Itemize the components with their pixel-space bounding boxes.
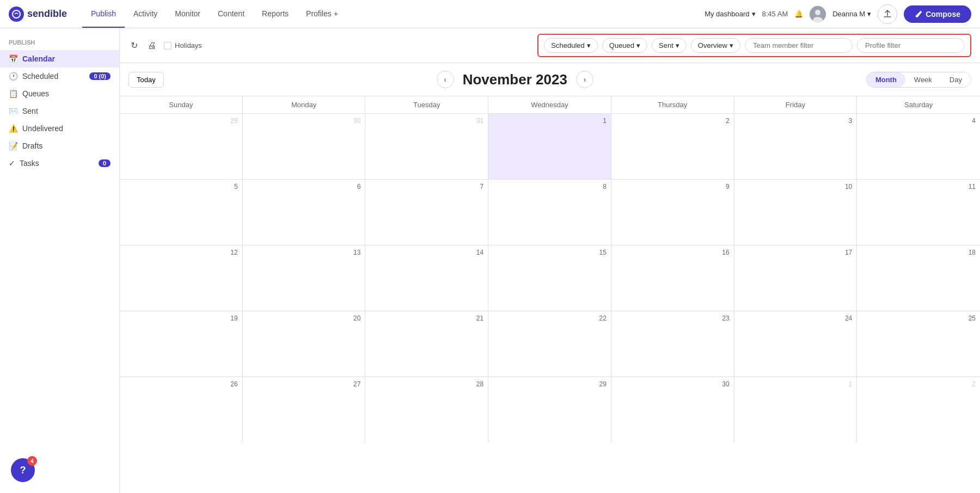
next-month-button[interactable]: ›	[576, 71, 593, 88]
overview-filter-button[interactable]: Overview ▾	[691, 38, 740, 53]
refresh-button[interactable]: ↻	[128, 38, 140, 53]
nav-monitor[interactable]: Monitor	[166, 1, 209, 28]
upload-button[interactable]	[878, 4, 897, 24]
tasks-badge: 0	[99, 159, 111, 167]
view-switcher: Month Week Day	[866, 72, 971, 88]
calendar-cell[interactable]: 25	[857, 311, 980, 377]
day-number: 12	[124, 249, 238, 256]
sidebar-item-undelivered[interactable]: ⚠️ Undelivered	[0, 120, 119, 137]
calendar-cell[interactable]: 14	[365, 245, 488, 311]
print-button[interactable]: 🖨	[145, 39, 158, 53]
nav-profiles[interactable]: Profiles +	[297, 1, 347, 28]
calendar-cell[interactable]: 24	[734, 311, 857, 377]
day-number: 3	[739, 117, 853, 125]
month-view-button[interactable]: Month	[867, 72, 905, 87]
calendar-cell[interactable]: 30	[611, 377, 734, 442]
calendar-cell[interactable]: 18	[857, 245, 980, 311]
calendar-cell[interactable]: 5	[120, 180, 243, 245]
scheduled-icon: 🕐	[9, 72, 18, 81]
calendar-cell[interactable]: 15	[488, 245, 611, 311]
logo: sendible	[9, 7, 67, 22]
bell-icon[interactable]: 🔔	[794, 10, 803, 18]
compose-button[interactable]: Compose	[904, 5, 971, 23]
calendar-cell[interactable]: 29	[120, 114, 243, 179]
profile-filter-input[interactable]	[857, 38, 965, 53]
dashboard-selector[interactable]: My dashboard ▾	[705, 10, 755, 18]
calendar-cell[interactable]: 21	[365, 311, 488, 377]
queued-filter-button[interactable]: Queued ▾	[602, 38, 647, 53]
day-number: 1	[493, 117, 607, 125]
undelivered-icon: ⚠️	[9, 124, 18, 133]
calendar-cell[interactable]: 6	[243, 180, 366, 245]
calendar-cell[interactable]: 19	[120, 311, 243, 377]
calendar-cell[interactable]: 28	[365, 377, 488, 442]
calendar-cell[interactable]: 3	[734, 114, 857, 179]
scheduled-filter-button[interactable]: Scheduled ▾	[544, 38, 597, 53]
calendar-cell[interactable]: 13	[243, 245, 366, 311]
calendar-cell[interactable]: 1	[734, 377, 857, 442]
calendar-cell[interactable]: 1	[488, 114, 611, 179]
nav-activity[interactable]: Activity	[125, 1, 166, 28]
holidays-toggle[interactable]: Holidays	[164, 41, 202, 50]
calendar-cell[interactable]: 26	[120, 377, 243, 442]
sidebar-item-tasks[interactable]: ✓ Tasks 0	[0, 155, 119, 172]
calendar-cell[interactable]: 31	[365, 114, 488, 179]
refresh-icon: ↻	[131, 41, 138, 50]
nav-content[interactable]: Content	[209, 1, 253, 28]
calendar-cell[interactable]: 7	[365, 180, 488, 245]
calendar-cell[interactable]: 22	[488, 311, 611, 377]
svg-point-2	[815, 10, 820, 15]
calendar-cell[interactable]: 4	[857, 114, 980, 179]
day-number: 10	[739, 183, 853, 190]
calendar-week-0: 2930311234	[120, 114, 980, 180]
holidays-checkbox[interactable]	[164, 42, 171, 50]
calendar-cell[interactable]: 30	[243, 114, 366, 179]
day-number: 7	[370, 183, 483, 190]
help-button[interactable]: ? 4	[11, 458, 35, 482]
calendar-cell[interactable]: 23	[611, 311, 734, 377]
calendar-cell[interactable]: 2	[857, 377, 980, 442]
day-number: 19	[124, 315, 238, 322]
day-number: 8	[493, 183, 607, 190]
week-view-button[interactable]: Week	[905, 72, 941, 87]
day-view-button[interactable]: Day	[941, 72, 971, 87]
day-number: 1	[739, 380, 853, 388]
sent-icon: ✉️	[9, 107, 18, 115]
nav-publish[interactable]: Publish	[82, 1, 125, 28]
chevron-down-icon: ▾	[752, 10, 756, 18]
avatar	[810, 6, 826, 22]
user-name[interactable]: Deanna M ▾	[832, 10, 871, 18]
calendar-cell[interactable]: 9	[611, 180, 734, 245]
help-badge: 4	[27, 456, 37, 466]
chevron-down-icon: ▾	[730, 41, 733, 50]
today-button[interactable]: Today	[128, 72, 164, 88]
app-body: PUBLISH 📅 Calendar 🕐 Scheduled 0 (0) 📋 Q…	[0, 28, 980, 493]
calendar-cell[interactable]: 2	[611, 114, 734, 179]
calendar-week-2: 12131415161718	[120, 245, 980, 311]
calendar-cell[interactable]: 8	[488, 180, 611, 245]
calendar-cell[interactable]: 11	[857, 180, 980, 245]
main-nav: Publish Activity Monitor Content Reports…	[82, 1, 347, 28]
sidebar-item-calendar[interactable]: 📅 Calendar	[0, 50, 119, 67]
calendar-cell[interactable]: 17	[734, 245, 857, 311]
sidebar-item-queues[interactable]: 📋 Queues	[0, 85, 119, 102]
calendar-cell[interactable]: 16	[611, 245, 734, 311]
calendar-cell[interactable]: 29	[488, 377, 611, 442]
sidebar-item-scheduled[interactable]: 🕐 Scheduled 0 (0)	[0, 67, 119, 85]
nav-reports[interactable]: Reports	[253, 1, 297, 28]
sidebar-item-drafts[interactable]: 📝 Drafts	[0, 137, 119, 155]
calendar-cell[interactable]: 27	[243, 377, 366, 442]
day-number: 25	[861, 315, 976, 322]
logo-icon	[9, 7, 24, 22]
calendar-week-1: 567891011	[120, 180, 980, 245]
sent-filter-button[interactable]: Sent ▾	[652, 38, 687, 53]
calendar-cell[interactable]: 12	[120, 245, 243, 311]
calendar-cell[interactable]: 20	[243, 311, 366, 377]
drafts-icon: 📝	[9, 141, 18, 150]
calendar-cell[interactable]: 10	[734, 180, 857, 245]
sidebar-section-label: PUBLISH	[0, 37, 119, 50]
day-number: 22	[493, 315, 607, 322]
sidebar-item-sent[interactable]: ✉️ Sent	[0, 102, 119, 120]
prev-month-button[interactable]: ‹	[437, 71, 454, 88]
team-member-filter-input[interactable]	[745, 38, 853, 53]
